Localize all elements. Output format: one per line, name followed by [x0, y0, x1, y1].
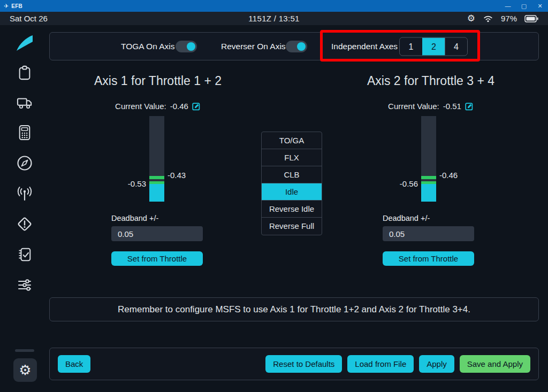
- axis2-deadband-label: Deadband +/-: [383, 214, 474, 222]
- sidebar-item-failures[interactable]: [17, 216, 33, 232]
- reset-to-defaults-button[interactable]: Reset to Defaults: [265, 355, 342, 373]
- reverser-on-axis-label: Reverser On Axis: [221, 42, 286, 51]
- flybywire-logo-icon: [15, 34, 34, 52]
- window-title: EFB: [11, 3, 22, 9]
- axis1-deadband-input[interactable]: [111, 226, 203, 241]
- throttle-options-panel: TOGA On Axis Reverser On Axis Independen…: [49, 32, 539, 60]
- axis1-title: Axis 1 for Throttle 1 + 2: [70, 74, 246, 88]
- axis1-low-label: -0.53: [128, 179, 146, 188]
- axis1-current-value-label: Current Value:: [115, 102, 166, 111]
- maximize-button[interactable]: ▢: [516, 0, 532, 12]
- detent-clb[interactable]: CLB: [262, 166, 322, 183]
- msfs-note-panel: Remember to configure MSFS to use Axis 1…: [49, 297, 539, 321]
- axis2-slider[interactable]: -0.56 -0.46: [421, 116, 436, 202]
- axes-option-4[interactable]: 4: [445, 37, 467, 55]
- detent-range-stripe: [149, 176, 164, 179]
- detent-range-stripe: [421, 176, 436, 179]
- independent-axes-selector: 1 2 4: [399, 37, 468, 56]
- warning-diamond-icon: [17, 216, 33, 232]
- calculator-icon: [18, 125, 32, 141]
- os-titlebar: ✈ EFB — ▢ ✕: [0, 0, 548, 12]
- detent-list: TO/GA FLX CLB Idle Reverse Idle Reverse …: [261, 132, 322, 235]
- statusbar: Sat Oct 26 1151Z / 13:51 ⚙ 97%: [0, 12, 548, 25]
- detent-reverse-full[interactable]: Reverse Full: [262, 218, 322, 235]
- axis2-low-label: -0.56: [400, 179, 418, 188]
- compass-icon: [17, 155, 33, 171]
- checklist-icon: [17, 247, 32, 263]
- axis2-current-value: Current Value: -0.51: [342, 102, 519, 111]
- detent-flx[interactable]: FLX: [262, 149, 322, 166]
- axis1-value-fill: [149, 184, 164, 202]
- save-and-apply-button[interactable]: Save and Apply: [460, 355, 530, 373]
- toggle-knob: [297, 42, 306, 51]
- edit-icon[interactable]: [192, 102, 201, 111]
- axis2-deadband-block: Deadband +/- Set from Throttle: [383, 214, 474, 266]
- sidebar-item-checklists[interactable]: [17, 247, 33, 263]
- sidebar-item-settings-active[interactable]: ⚙: [13, 358, 37, 382]
- axis1-current-value: Current Value: -0.46: [70, 102, 246, 111]
- independent-axes-label: Independent Axes: [331, 42, 398, 51]
- toggle-knob: [187, 42, 195, 51]
- close-button[interactable]: ✕: [532, 0, 548, 12]
- load-from-file-button[interactable]: Load from File: [347, 355, 414, 373]
- sidebar-divider: [15, 349, 34, 352]
- detent-idle-selected[interactable]: Idle: [262, 183, 322, 201]
- toga-on-axis-toggle[interactable]: [176, 41, 197, 52]
- efb-window: ✈ EFB — ▢ ✕ Sat Oct 26 1151Z / 13:51 ⚙ 9…: [0, 0, 548, 392]
- axis2-high-label: -0.46: [439, 171, 458, 180]
- sidebar-item-performance[interactable]: [17, 125, 33, 141]
- app-plane-icon: ✈: [4, 3, 9, 10]
- sidebar-item-dispatch[interactable]: [17, 65, 33, 81]
- axis2-current-value-number: -0.51: [443, 102, 461, 111]
- reverser-on-axis-toggle[interactable]: [286, 41, 307, 52]
- axis1-deadband-block: Deadband +/- Set from Throttle: [111, 214, 203, 266]
- axes-option-2-selected[interactable]: 2: [422, 37, 445, 55]
- toga-on-axis-label: TOGA On Axis: [121, 42, 175, 51]
- sidebar-item-atc[interactable]: [17, 186, 33, 202]
- antenna-broadcast-icon: [17, 186, 33, 202]
- clipboard-icon: [17, 65, 32, 81]
- minimize-button[interactable]: —: [500, 0, 516, 12]
- sidebar-item-dashboard[interactable]: [15, 34, 34, 52]
- msfs-note-text: Remember to configure MSFS to use Axis 1…: [118, 304, 470, 315]
- axis1-deadband-label: Deadband +/-: [111, 214, 203, 222]
- edit-icon[interactable]: [465, 102, 474, 111]
- detent-reverse-idle[interactable]: Reverse Idle: [262, 201, 322, 218]
- axis1-high-label: -0.43: [168, 171, 186, 180]
- settings-gear-icon: ⚙: [19, 363, 31, 377]
- axis2-value-fill: [421, 184, 436, 202]
- apply-button[interactable]: Apply: [419, 355, 454, 373]
- back-button[interactable]: Back: [58, 355, 90, 373]
- sliders-icon: [17, 277, 33, 293]
- sidebar-item-presets[interactable]: [17, 277, 33, 293]
- axis1-current-value-number: -0.46: [170, 102, 188, 111]
- footer-actions: Back Reset to Defaults Load from File Ap…: [49, 348, 539, 380]
- sidebar-item-ground[interactable]: [17, 95, 33, 111]
- axis2-current-value-label: Current Value:: [388, 102, 439, 111]
- axis2-title: Axis 2 for Throttle 3 + 4: [342, 74, 519, 88]
- axis2-set-from-throttle-button[interactable]: Set from Throttle: [383, 251, 474, 266]
- axis1-set-from-throttle-button[interactable]: Set from Throttle: [111, 251, 203, 266]
- statusbar-clock: 1151Z / 13:51: [0, 14, 548, 23]
- truck-icon: [17, 95, 33, 110]
- detent-toga[interactable]: TO/GA: [262, 132, 322, 149]
- axis1-slider[interactable]: -0.53 -0.43: [149, 116, 164, 202]
- axes-option-1[interactable]: 1: [400, 37, 422, 55]
- sidebar-item-navigation[interactable]: [17, 155, 33, 171]
- axis2-deadband-input[interactable]: [383, 226, 474, 241]
